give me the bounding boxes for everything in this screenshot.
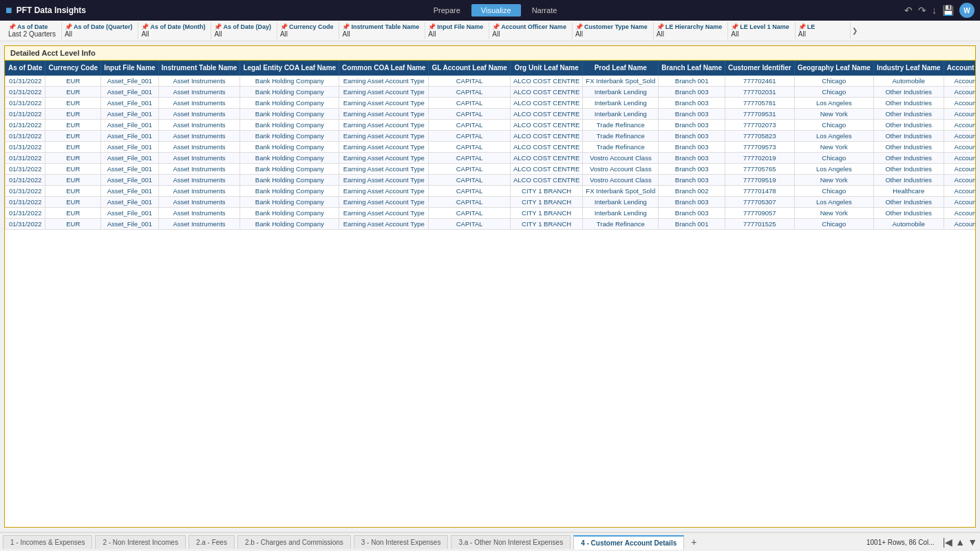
filter-le[interactable]: 📌LE All [796, 22, 851, 39]
table-cell: Asset Instruments [158, 142, 240, 153]
column-header-org-unit-leaf-name[interactable]: Org Unit Leaf Name [510, 61, 582, 76]
table-cell: 01/31/2022 [6, 208, 45, 219]
table-cell: Other Industries [873, 109, 944, 120]
table-cell: 01/31/2022 [6, 164, 45, 175]
table-cell: ALCO COST CENTRE [510, 142, 582, 153]
column-header-prod-leaf-name[interactable]: Prod Leaf Name [583, 61, 659, 76]
pin-icon: 📌 [798, 23, 806, 30]
table-cell: Asset_File_001 [101, 197, 158, 208]
table-row: 01/31/2022EURAsset_File_001Asset Instrum… [6, 131, 976, 142]
filter-currency-code[interactable]: 📌Currency Code All [277, 22, 340, 39]
first-page-icon[interactable]: |◀ [943, 537, 953, 548]
table-cell: Earning Asset Account Type [339, 153, 429, 164]
table-cell: New York [794, 208, 873, 219]
filter-le-level1[interactable]: 📌LE Level 1 Name All [728, 22, 796, 39]
filter-value: All [798, 30, 844, 38]
table-cell: Account Officer 001 [944, 175, 975, 186]
table-cell: 01/31/2022 [6, 76, 45, 87]
filter-instrument-table[interactable]: 📌Instrument Table Name All [339, 22, 425, 39]
visualize-button[interactable]: Visualize [471, 4, 521, 17]
filter-le-hierarchy[interactable]: 📌LE Hierarchy Name All [654, 22, 729, 39]
table-cell: Asset_File_001 [101, 131, 158, 142]
table-row: 01/31/2022EURAsset_File_001Asset Instrum… [6, 153, 976, 164]
table-cell: Asset Instruments [158, 197, 240, 208]
column-header-common-coa-leaf-name[interactable]: Common COA Leaf Name [339, 61, 429, 76]
table-scroll-area[interactable]: As of DateCurrency CodeInput File NameIn… [5, 61, 975, 527]
filter-input-file[interactable]: 📌Input File Name All [425, 22, 489, 39]
filter-customer-type[interactable]: 📌Customer Type Name All [573, 22, 654, 39]
table-cell: EUR [45, 219, 101, 230]
table-cell: CAPITAL [429, 197, 510, 208]
narrate-button[interactable]: Narrate [522, 4, 567, 17]
tab-4[interactable]: 3 - Non Interest Expenses [354, 535, 449, 549]
filter-scroll-right[interactable]: ❯ [851, 24, 859, 37]
table-cell: Account Officer 001 [944, 164, 975, 175]
filter-as-of-date-quarter[interactable]: 📌As of Date (Quarter) All [62, 22, 139, 39]
column-header-customer-identifier[interactable]: Customer Identifier [725, 61, 795, 76]
table-cell: 01/31/2022 [6, 153, 45, 164]
table-cell: New York [794, 109, 873, 120]
tab-3[interactable]: 2.b - Charges and Commissions [237, 535, 351, 549]
table-cell: Other Industries [873, 98, 944, 109]
tab-2[interactable]: 2.a - Fees [189, 535, 235, 549]
table-cell: Earning Asset Account Type [339, 120, 429, 131]
prev-page-icon[interactable]: ▲ [955, 537, 965, 548]
table-cell: Account Officer 001 [944, 208, 975, 219]
tab-6[interactable]: 4 - Customer Account Details [573, 535, 684, 550]
column-header-currency-code[interactable]: Currency Code [45, 61, 101, 76]
avatar[interactable]: W [959, 3, 974, 18]
filter-value: All [65, 30, 133, 38]
filter-value: All [657, 30, 723, 38]
column-header-branch-leaf-name[interactable]: Branch Leaf Name [659, 61, 725, 76]
download-icon[interactable]: ↓ [932, 5, 937, 16]
table-cell: Asset_File_001 [101, 186, 158, 197]
column-header-legal-entity-coa-leaf-name[interactable]: Legal Entity COA Leaf Name [240, 61, 339, 76]
top-bar-actions: ↶ ↷ ↓ 💾 W [904, 3, 974, 18]
tab-5[interactable]: 3.a - Other Non Interest Expenses [451, 535, 571, 549]
filter-value: All [428, 30, 483, 38]
table-cell: Chicago [794, 186, 873, 197]
tab-1[interactable]: 2 - Non Interest Incomes [95, 535, 186, 549]
table-cell: Asset Instruments [158, 131, 240, 142]
table-cell: Los Angeles [794, 98, 873, 109]
table-cell: Branch 003 [659, 197, 725, 208]
table-cell: CITY 1 BRANCH [510, 186, 582, 197]
column-header-geography-leaf-name[interactable]: Geography Leaf Name [794, 61, 873, 76]
table-cell: Asset Instruments [158, 98, 240, 109]
table-cell: 777705765 [725, 164, 795, 175]
table-cell: Other Industries [873, 131, 944, 142]
filter-as-of-date[interactable]: 📌As of Date Last 2 Quarters [6, 22, 62, 39]
table-cell: Automobile [873, 219, 944, 230]
table-cell: Healthcare [873, 186, 944, 197]
next-page-icon[interactable]: ▼ [968, 537, 977, 548]
filter-account-officer[interactable]: 📌Account Officer Name All [489, 22, 573, 39]
filter-as-of-date-month[interactable]: 📌As of Date (Month) All [138, 22, 211, 39]
table-cell: 777702019 [725, 153, 795, 164]
column-header-account-officer-name[interactable]: Account Officer Name [944, 61, 975, 76]
tab-0[interactable]: 1 - Incomes & Expenses [3, 535, 92, 549]
table-cell: 777702031 [725, 87, 795, 98]
column-header-input-file-name[interactable]: Input File Name [101, 61, 158, 76]
prepare-button[interactable]: Prepare [424, 4, 470, 17]
add-tab-button[interactable]: + [685, 534, 702, 550]
table-cell: CAPITAL [429, 87, 510, 98]
data-table: As of DateCurrency CodeInput File NameIn… [5, 61, 975, 230]
table-cell: Asset_File_001 [101, 87, 158, 98]
table-cell: Los Angeles [794, 131, 873, 142]
column-header-instrument-table-name[interactable]: Instrument Table Name [158, 61, 240, 76]
filter-label: 📌Currency Code [280, 23, 334, 30]
table-cell: Vostro Account Class [583, 153, 659, 164]
column-header-as-of-date[interactable]: As of Date [6, 61, 45, 76]
bottom-right: 1001+ Rows, 86 Col... |◀ ▲ ▼ [866, 537, 977, 548]
redo-icon[interactable]: ↷ [918, 5, 926, 16]
column-header-gl-account-leaf-name[interactable]: GL Account Leaf Name [429, 61, 510, 76]
table-cell: Asset_File_001 [101, 76, 158, 87]
filter-as-of-date-day[interactable]: 📌As of Date (Day) All [211, 22, 277, 39]
table-cell: Bank Holding Company [240, 197, 339, 208]
table-cell: 777709573 [725, 142, 795, 153]
save-icon[interactable]: 💾 [942, 5, 954, 16]
undo-icon[interactable]: ↶ [904, 5, 913, 16]
column-header-industry-leaf-name[interactable]: Industry Leaf Name [873, 61, 944, 76]
filter-value: All [280, 30, 334, 38]
table-cell: Branch 001 [659, 219, 725, 230]
